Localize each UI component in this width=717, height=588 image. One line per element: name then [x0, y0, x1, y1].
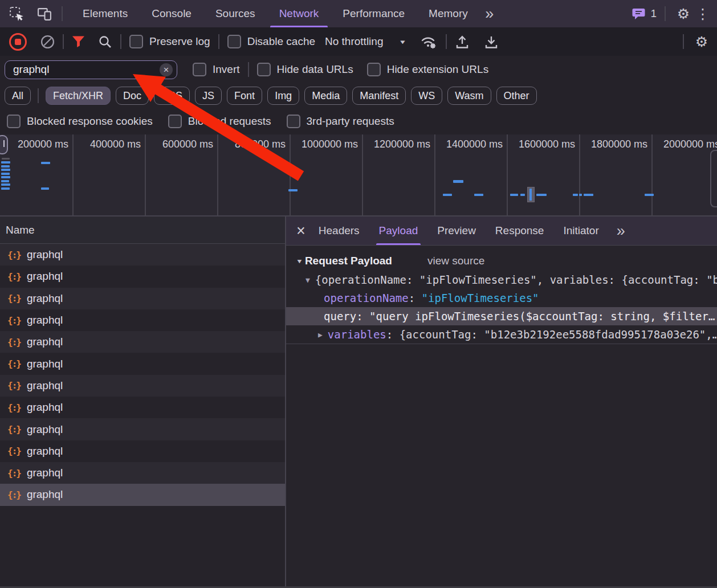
request-row[interactable]: {:}graphql	[0, 266, 285, 287]
filter-chip-doc[interactable]: Doc	[116, 87, 149, 105]
timeline-request-bar[interactable]	[520, 194, 525, 196]
timeline-request-bar[interactable]	[1, 183, 10, 186]
request-row[interactable]: {:}graphql	[0, 331, 285, 353]
payload-expander-icon[interactable]: ▼	[296, 258, 303, 264]
invert-checkbox[interactable]	[193, 63, 206, 76]
invert-filter-toggle[interactable]: Invert	[193, 63, 240, 76]
filter-chip-fetch-xhr[interactable]: Fetch/XHR	[46, 87, 111, 105]
detail-tab-initiator[interactable]: Initiator	[553, 217, 608, 245]
more-detail-tabs-icon[interactable]: »	[617, 223, 625, 239]
clear-filter-icon[interactable]: ×	[160, 63, 173, 76]
timeline-request-bar[interactable]	[1, 180, 9, 182]
request-row[interactable]: {:}graphql	[0, 484, 285, 505]
name-column-header[interactable]: Name	[0, 217, 285, 244]
filter-chip-js[interactable]: JS	[195, 87, 222, 105]
3rd-party-requests-checkbox[interactable]	[287, 115, 300, 128]
more-panels-icon[interactable]: »	[480, 0, 499, 27]
record-network-log-button[interactable]	[0, 33, 27, 51]
request-row[interactable]: {:}graphql	[0, 440, 285, 462]
request-payload-header[interactable]: ▼ Request Payload view source	[286, 246, 717, 271]
hide-data-urls-checkbox[interactable]	[257, 63, 271, 76]
settings-gear-icon[interactable]: ⚙	[674, 0, 693, 27]
import-har-button[interactable]	[455, 34, 470, 50]
timeline-request-bar[interactable]	[443, 194, 452, 196]
panel-tab-console[interactable]: Console	[140, 0, 203, 27]
filter-chip-css[interactable]: CSS	[154, 87, 190, 105]
request-row[interactable]: {:}graphql	[0, 353, 285, 374]
panel-tab-elements[interactable]: Elements	[71, 0, 140, 27]
filter-chip-media[interactable]: Media	[304, 87, 347, 105]
timeline-request-bar[interactable]	[41, 162, 50, 164]
filter-chip-other[interactable]: Other	[496, 87, 537, 105]
payload-tree-row[interactable]: ▶variables: {accountTag: "b12e3b2192ee55…	[286, 325, 717, 344]
timeline-request-bar[interactable]	[453, 180, 463, 183]
payload-tree-row[interactable]: operationName: "ipFlowTimeseries"	[286, 289, 717, 307]
3rd-party-requests-toggle[interactable]: 3rd-party requests	[287, 115, 394, 128]
network-conditions-button[interactable]	[420, 34, 438, 49]
inspect-element-icon[interactable]	[7, 5, 26, 23]
panel-tab-performance[interactable]: Performance	[331, 0, 417, 27]
filter-chip-all[interactable]: All	[5, 87, 31, 105]
disable-cache-checkbox[interactable]	[227, 35, 241, 48]
request-row[interactable]: {:}graphql	[0, 418, 285, 440]
device-toolbar-icon[interactable]	[35, 5, 54, 23]
filter-chip-manifest[interactable]: Manifest	[352, 87, 406, 105]
detail-tab-response[interactable]: Response	[486, 217, 554, 245]
timeline-request-bar[interactable]	[584, 194, 593, 196]
timeline-request-bar[interactable]	[573, 194, 578, 196]
request-row[interactable]: {:}graphql	[0, 462, 285, 484]
timeline-request-bar[interactable]	[41, 187, 49, 190]
timeline-request-bar[interactable]	[2, 158, 10, 160]
overview-right-handle[interactable]	[710, 150, 717, 207]
detail-tab-payload[interactable]: Payload	[369, 217, 428, 245]
preserve-log-checkbox[interactable]	[129, 35, 143, 48]
filter-button[interactable]	[72, 35, 85, 48]
payload-tree-row[interactable]: ▼{operationName: "ipFlowTimeseries", var…	[286, 271, 717, 289]
timeline-request-bar[interactable]	[1, 165, 10, 168]
timeline-request-bar[interactable]	[1, 173, 10, 175]
export-har-button[interactable]	[484, 34, 499, 50]
timeline-request-bar[interactable]	[510, 194, 518, 196]
network-settings-button[interactable]: ⚙	[692, 27, 711, 56]
close-details-icon[interactable]: ×	[296, 223, 305, 239]
filter-chip-img[interactable]: Img	[267, 87, 299, 105]
hide-extension-urls-checkbox[interactable]	[367, 63, 381, 76]
view-source-link[interactable]: view source	[427, 255, 484, 267]
customize-menu-icon[interactable]: ⋮	[693, 0, 712, 27]
blocked-requests-toggle[interactable]: Blocked requests	[168, 115, 271, 128]
timeline-request-bar[interactable]	[1, 176, 10, 178]
issues-counter-button[interactable]: 1	[632, 0, 657, 27]
search-button[interactable]	[98, 35, 112, 49]
throttling-select[interactable]: No throttling ▼	[325, 35, 406, 48]
timeline-request-bar[interactable]	[474, 194, 483, 196]
detail-tab-preview[interactable]: Preview	[427, 217, 486, 245]
request-row[interactable]: {:}graphql	[0, 244, 285, 266]
overview-left-handle[interactable]	[0, 135, 8, 154]
panel-tab-memory[interactable]: Memory	[417, 0, 480, 27]
panel-tab-network[interactable]: Network	[267, 0, 331, 27]
filter-input-box[interactable]: ×	[5, 60, 177, 79]
filter-text-input[interactable]	[12, 63, 160, 76]
request-row[interactable]: {:}graphql	[0, 375, 285, 397]
filter-chip-wasm[interactable]: Wasm	[447, 87, 491, 105]
detail-tab-headers[interactable]: Headers	[309, 217, 369, 245]
timeline-request-bar[interactable]	[1, 187, 10, 190]
network-overview-timeline[interactable]: 200000 ms400000 ms600000 ms800000 ms1000…	[0, 134, 717, 217]
blocked-requests-checkbox[interactable]	[168, 115, 182, 128]
timeline-request-bar[interactable]	[536, 194, 547, 196]
timeline-request-bar[interactable]	[645, 194, 654, 196]
filter-chip-ws[interactable]: WS	[411, 87, 442, 105]
preserve-log-toggle[interactable]: Preserve log	[129, 35, 210, 48]
collapsed-arrow-icon[interactable]: ▶	[318, 330, 323, 339]
timeline-request-bar[interactable]	[1, 169, 10, 171]
filter-chip-font[interactable]: Font	[227, 87, 262, 105]
request-row[interactable]: {:}graphql	[0, 309, 285, 331]
panel-tab-sources[interactable]: Sources	[203, 0, 267, 27]
request-row[interactable]: {:}graphql	[0, 288, 285, 309]
hide-extension-urls-toggle[interactable]: Hide extension URLs	[367, 63, 488, 76]
request-row[interactable]: {:}graphql	[0, 397, 285, 418]
clear-network-log-button[interactable]	[40, 35, 55, 49]
disable-cache-toggle[interactable]: Disable cache	[227, 35, 315, 48]
timeline-request-bar[interactable]	[579, 194, 582, 196]
blocked-response-cookies-checkbox[interactable]	[7, 115, 21, 128]
